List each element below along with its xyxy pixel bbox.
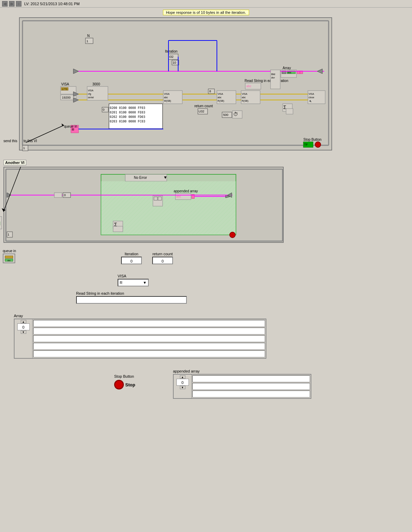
svg-text:Array: Array bbox=[283, 66, 291, 70]
svg-text:0203 0100 0000 FC03: 0203 0100 0000 FC03 bbox=[110, 120, 145, 123]
svg-text:Bld: Bld bbox=[271, 73, 275, 76]
grid-icon: :: bbox=[16, 1, 21, 7]
svg-text:R(SB): R(SB) bbox=[242, 100, 248, 102]
to-this-vi-label: to this VI bbox=[24, 139, 37, 143]
appended-array-row-2[interactable] bbox=[192, 391, 310, 397]
svg-text:VISA: VISA bbox=[88, 89, 93, 92]
svg-text:appended array: appended array bbox=[174, 189, 198, 193]
svg-text:abc: abc bbox=[218, 96, 222, 99]
svg-text:VISA: VISA bbox=[309, 93, 314, 95]
array-row-3[interactable] bbox=[33, 343, 265, 350]
appended-array-rows bbox=[192, 375, 311, 398]
main-wrapper: ◁ ▷ :: LV: 2012 5/21/2013 10:48:01 PM Ho… bbox=[0, 0, 412, 532]
send-this-label: send this bbox=[3, 139, 17, 143]
top-diagram-svg: N 1 Iteration I32 10 Array abc bbox=[20, 18, 333, 151]
appended-array-index-col: ▲ 0 ▼ bbox=[174, 375, 192, 398]
appended-array-container: ▲ 0 ▼ bbox=[173, 374, 311, 399]
queue-cluster-fp: abc bbox=[3, 254, 15, 263]
queue-cluster-bottom: abc bbox=[5, 259, 13, 262]
back-icon[interactable]: ◁ bbox=[2, 1, 8, 7]
svg-point-83 bbox=[315, 142, 321, 147]
svg-text:3000: 3000 bbox=[92, 82, 100, 86]
array-index-value[interactable]: 0 bbox=[17, 323, 30, 330]
appended-array-index-value[interactable]: 0 bbox=[176, 379, 189, 386]
bottom-queue-cluster: abc bbox=[0, 216, 2, 230]
svg-text:🔌: 🔌 bbox=[309, 99, 312, 102]
svg-text:abc: abc bbox=[246, 84, 251, 88]
appended-array-control: appended array ▲ 0 ▼ bbox=[173, 369, 311, 399]
appended-array-index-up[interactable]: ▲ bbox=[180, 375, 185, 379]
block-diagram-area: Hope response is of 10 bytes in all the … bbox=[0, 8, 412, 246]
queue-in-label-top: queue in bbox=[64, 125, 77, 128]
message-banner: Hope response is of 10 bytes in all the … bbox=[163, 10, 249, 15]
iteration-value[interactable]: 0 bbox=[121, 257, 142, 264]
stop-button-row: Stop bbox=[114, 380, 135, 389]
return-count-value[interactable]: 0 bbox=[152, 257, 173, 264]
svg-text:1: 1 bbox=[23, 146, 25, 150]
visa-label: VISA bbox=[118, 274, 149, 278]
svg-text:W(SB): W(SB) bbox=[164, 100, 171, 102]
svg-text:Read String in each iteration: Read String in each iteration bbox=[245, 79, 288, 83]
visa-control: VISA R ▼ bbox=[118, 274, 149, 286]
svg-text:Arr: Arr bbox=[271, 76, 275, 79]
stop-button-led[interactable] bbox=[114, 380, 124, 389]
array-rows bbox=[33, 319, 266, 358]
svg-text:0201 0100 0000 FE03: 0201 0100 0000 FE03 bbox=[110, 111, 145, 114]
svg-rect-114 bbox=[54, 193, 62, 198]
stop-button-control: Stop Button Stop bbox=[114, 374, 135, 389]
forward-icon[interactable]: ▷ bbox=[9, 1, 15, 7]
visa-dropdown[interactable]: R ▼ bbox=[118, 279, 149, 286]
array-row-0[interactable] bbox=[33, 320, 265, 327]
array-index-down[interactable]: ▼ bbox=[21, 330, 26, 334]
svg-text:R(SB): R(SB) bbox=[218, 100, 224, 102]
iteration-control: Iteration 0 bbox=[121, 252, 142, 264]
queue-in-cluster: queue in abc bbox=[3, 249, 16, 263]
queue-cluster-top bbox=[5, 256, 13, 258]
appended-array-row-0[interactable] bbox=[192, 375, 310, 382]
svg-text:0: 0 bbox=[64, 193, 66, 197]
svg-rect-107 bbox=[154, 197, 157, 200]
read-string-label: Read String in each iteration bbox=[76, 291, 187, 295]
return-count-control: return count 0 bbox=[152, 252, 173, 264]
appended-array-index-down[interactable]: ▼ bbox=[180, 386, 185, 389]
svg-text:0202 0100 0000 FD03: 0202 0100 0000 FD03 bbox=[110, 115, 145, 119]
queue-cluster-svg: abc bbox=[0, 216, 2, 230]
read-string-value[interactable] bbox=[76, 296, 187, 304]
svg-marker-36 bbox=[73, 69, 79, 74]
array-index-col: ▲ 0 ▼ bbox=[15, 319, 33, 358]
svg-text:19200: 19200 bbox=[62, 96, 71, 99]
svg-text:1770: 1770 bbox=[62, 88, 67, 90]
svg-text:VISA: VISA bbox=[164, 93, 170, 95]
svg-text:0: 0 bbox=[103, 108, 104, 111]
svg-text:abc: abc bbox=[242, 96, 246, 99]
array-index-up[interactable]: ▲ bbox=[21, 320, 26, 323]
svg-text:VISA: VISA bbox=[61, 82, 69, 86]
array-row-1[interactable] bbox=[33, 328, 265, 334]
top-block-diagram: N 1 Iteration I32 10 Array abc bbox=[19, 17, 332, 150]
svg-text:0200 0100 0000 FF03: 0200 0100 0000 FF03 bbox=[110, 106, 145, 110]
stop-button-label: Stop Button bbox=[114, 374, 135, 378]
visa-dropdown-arrow: ▼ bbox=[143, 281, 147, 285]
svg-rect-73 bbox=[286, 109, 293, 114]
svg-text:return count: return count bbox=[194, 104, 213, 108]
array-row-2[interactable] bbox=[33, 335, 265, 342]
title-bar-icons: ◁ ▷ :: bbox=[2, 1, 21, 7]
svg-text:N: N bbox=[87, 34, 90, 38]
svg-text:1: 1 bbox=[86, 39, 88, 43]
another-vi-label: Another VI bbox=[3, 160, 26, 165]
svg-rect-118 bbox=[113, 226, 123, 232]
stop-button-text[interactable]: Stop bbox=[125, 382, 135, 387]
iteration-label: Iteration bbox=[121, 252, 142, 256]
title-bar: ◁ ▷ :: LV: 2012 5/21/2013 10:48:01 PM bbox=[0, 0, 412, 8]
appended-array-row-1[interactable] bbox=[192, 383, 310, 390]
queue-in-fp-label: queue in bbox=[3, 249, 16, 253]
title-text: LV: 2012 5/21/2013 10:48:01 PM bbox=[24, 2, 80, 6]
array-row-4[interactable] bbox=[33, 350, 265, 357]
svg-text:cfg: cfg bbox=[88, 93, 91, 95]
svg-text:serial: serial bbox=[88, 96, 94, 99]
svg-text:U32: U32 bbox=[199, 110, 204, 113]
svg-text:500: 500 bbox=[223, 113, 228, 117]
svg-text:VISA: VISA bbox=[242, 93, 247, 95]
appended-array-label: appended array bbox=[173, 369, 311, 373]
svg-text:1: 1 bbox=[8, 233, 9, 236]
